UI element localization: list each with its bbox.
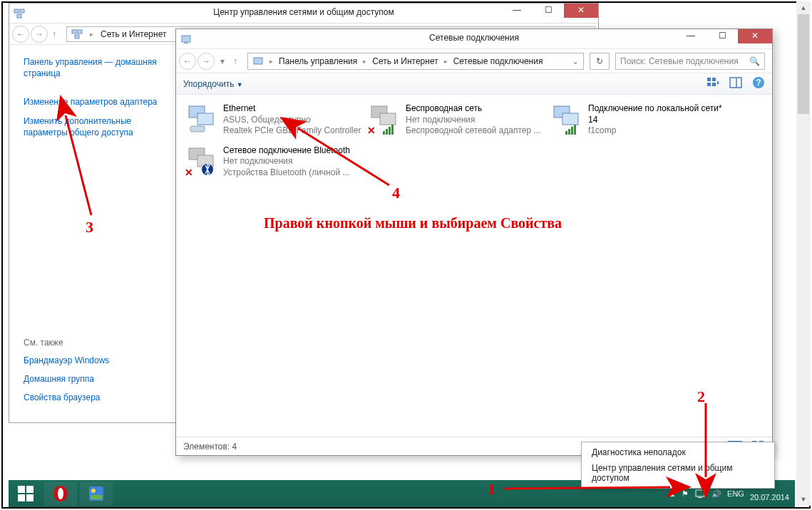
crumb-network-internet[interactable]: Сеть и Интернет [372,56,438,66]
svg-rect-21 [380,113,396,125]
sidebar-link-adapter-settings[interactable]: Изменение параметров адаптера [24,96,163,108]
ethernet-icon [186,103,217,135]
sidebar-link-firewall[interactable]: Брандмауэр Windows [24,355,163,366]
scroll-up-icon[interactable]: ▲ [796,1,811,14]
svg-rect-34 [18,486,25,493]
connection-name: Сетевое подключение Bluetooth [223,145,350,157]
svg-rect-10 [712,78,716,81]
minimize-button[interactable]: — [501,4,533,18]
address-bar: ← → ▾ ↑ ▸ Панель управления ▸ Сеть и Инт… [176,49,772,73]
tray-network-icon[interactable] [694,487,706,500]
wifi-icon [551,103,582,135]
svg-point-41 [91,489,96,493]
svg-rect-42 [91,495,102,499]
connection-item-ethernet[interactable]: Ethernet ASUS, Общедоступно Realtek PCIe… [186,103,364,137]
svg-rect-19 [190,126,205,132]
tray-flag-icon[interactable]: ⚑ [682,489,689,499]
window-network-connections: Сетевые подключения — ☐ ✕ ← → ▾ ↑ ▸ Пане… [175,28,773,456]
sidebar-see-also-header: См. также [24,338,163,348]
connection-device: Беспроводной сетевой адаптер ... [406,125,541,137]
svg-rect-3 [72,30,76,33]
connection-name: Подключение по локальной сети* 14 [588,103,729,125]
wifi-icon: ✕ [369,103,400,135]
connection-name: Беспроводная сеть [406,103,541,115]
svg-rect-4 [78,30,82,33]
maximize-button[interactable]: ☐ [706,29,738,43]
start-button[interactable] [9,480,43,507]
search-placeholder: Поиск: Сетевые подключения [620,56,739,66]
annotation-number-2: 2 [697,387,705,406]
svg-rect-12 [712,83,716,86]
location-icon [252,56,264,67]
titlebar: Центр управления сетями и общим доступом… [9,4,598,24]
svg-rect-18 [197,113,213,125]
location-icon [71,28,83,40]
crumb-network-connections[interactable]: Сетевые подключения [453,56,543,66]
annotation-number-1: 1 [488,480,495,499]
svg-point-39 [58,488,63,499]
scroll-thumb[interactable] [798,14,809,114]
close-button[interactable]: ✕ [564,4,598,18]
nav-back-button[interactable]: ← [179,53,196,70]
connection-item-local14[interactable]: Подключение по локальной сети* 14 f1comp [551,103,729,137]
organize-button[interactable]: Упорядочить ▼ [183,79,243,89]
svg-rect-11 [707,83,711,86]
scroll-down-icon[interactable]: ▼ [796,493,811,506]
svg-rect-23 [562,113,578,125]
help-button[interactable]: ? [752,76,765,89]
connection-name: Ethernet [223,103,361,115]
tray-date: 20.07.2014 [750,493,789,501]
connections-content: Ethernet ASUS, Общедоступно Realtek PCIe… [176,96,772,437]
svg-rect-43 [696,490,704,496]
svg-rect-44 [698,497,702,498]
svg-rect-35 [26,486,34,493]
crumb-control-panel[interactable]: Панель управления [279,56,357,66]
sidebar-link-browser[interactable]: Свойства браузера [24,392,163,403]
close-button[interactable]: ✕ [738,29,772,43]
svg-rect-36 [18,494,25,501]
sidebar-link-sharing-settings[interactable]: Изменить дополнительные параметры общего… [24,115,163,138]
nav-forward-button[interactable]: → [197,53,215,70]
page-scrollbar[interactable]: ▲ ▼ [796,1,811,506]
svg-text:?: ? [756,78,761,88]
svg-rect-7 [184,43,188,43]
view-mode-button[interactable] [706,76,719,89]
connection-status: Нет подключения [223,156,350,167]
tray-up-icon[interactable]: ▲ [669,490,676,498]
connection-status: Нет подключения [406,115,541,126]
crumb-network[interactable]: Сеть и Интернет [101,29,166,39]
annotation-number-3: 3 [86,218,93,236]
connection-device: Устройства Bluetooth (личной ... [223,167,350,179]
connection-status: ASUS, Общедоступно [223,115,361,126]
nav-up-icon[interactable]: ↑ [52,29,56,39]
tray-language[interactable]: ENG [727,489,744,498]
preview-pane-button[interactable] [729,76,742,89]
annotation-instruction: Правой кнопкой мыши и выбираем Свойства [264,215,562,231]
menu-item-network-center[interactable]: Центр управления сетями и общим доступом [583,460,773,486]
minimize-button[interactable]: — [675,29,706,43]
titlebar: Сетевые подключения — ☐ ✕ [176,29,772,49]
menu-item-diagnose[interactable]: Диагностика неполадок [583,444,773,460]
connection-item-bluetooth[interactable]: ✕ Сетевое подключение Bluetooth Нет подк… [186,145,364,179]
connection-device: Realtek PCIe GBE Family Controller [223,125,361,137]
nav-forward-button[interactable]: → [31,26,48,43]
taskbar-item-opera[interactable] [44,482,77,506]
breadcrumb-bar[interactable]: ▸ Панель управления ▸ Сеть и Интернет ▸ … [247,53,584,70]
connection-status: f1comp [588,125,729,137]
sidebar-link-homegroup[interactable]: Домашняя группа [24,373,163,385]
nav-back-button[interactable]: ← [12,26,29,43]
maximize-button[interactable]: ☐ [533,4,564,18]
tray-context-menu: Диагностика неполадок Центр управления с… [581,442,775,489]
sidebar-link-home[interactable]: Панель управления — домашняя страница [24,56,163,79]
taskbar-item-app[interactable] [80,482,113,506]
search-input[interactable]: Поиск: Сетевые подключения 🔍 [615,53,765,70]
nav-up-icon[interactable]: ↑ [233,56,237,66]
tray-volume-icon[interactable]: 🔊 [711,489,721,499]
disabled-x-icon: ✕ [185,167,193,178]
refresh-button[interactable]: ↻ [590,53,610,70]
dropdown-icon[interactable]: ⌄ [572,56,579,66]
connection-item-wireless[interactable]: ✕ Беспроводная сеть Нет подключения Бесп… [369,103,547,137]
svg-rect-8 [254,58,262,64]
toolbar: Упорядочить ▼ ? [176,73,772,95]
nav-history-icon[interactable]: ▾ [220,56,225,66]
